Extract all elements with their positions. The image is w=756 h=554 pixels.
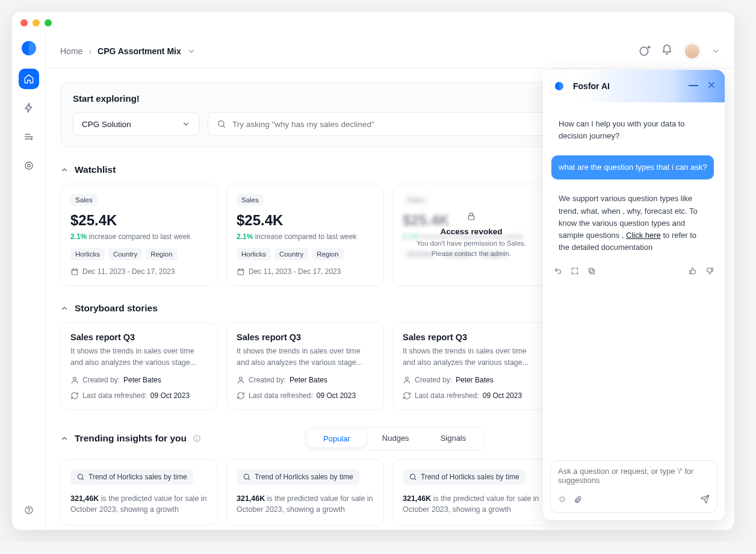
nav-list[interactable] [19, 126, 39, 147]
close-ai-button[interactable] [707, 80, 716, 92]
tab-popular[interactable]: Popular [307, 429, 367, 448]
refresh-icon [403, 391, 411, 400]
app-logo [22, 41, 36, 55]
thumbs-down-icon[interactable] [705, 267, 714, 278]
window-titlebar [12, 12, 734, 34]
chevron-up-icon [60, 304, 69, 313]
ai-input[interactable] [558, 467, 710, 490]
notifications-icon[interactable] [661, 44, 673, 58]
search-icon [217, 119, 226, 129]
user-message: what are the question types that i can a… [551, 155, 714, 179]
tab-signals[interactable]: Signals [425, 429, 482, 448]
ai-answer: We support various question types like t… [551, 187, 716, 260]
card-dates: Dec 11, 2023 - Dec 17, 2023 [249, 267, 341, 276]
insight-card[interactable]: Trend of Horlicks sales by time 321,46K … [226, 459, 384, 526]
story-card[interactable]: Sales report Q3 It shows the trends in s… [392, 322, 550, 410]
story-title: Sales report Q3 [70, 332, 208, 342]
chip: Horlicks [70, 248, 105, 260]
story-title: Sales report Q3 [403, 332, 540, 342]
user-icon [237, 376, 245, 384]
story-desc: It shows the trends in sales over time a… [70, 346, 208, 369]
chevron-down-icon[interactable] [187, 47, 196, 55]
breadcrumb-home[interactable]: Home [60, 46, 82, 56]
calendar-icon [70, 267, 79, 276]
lock-subtitle: You don't have permission to Sales. Plea… [405, 238, 538, 258]
chip: Region [146, 248, 177, 260]
story-desc: It shows the trends in sales over time a… [237, 346, 374, 369]
trending-tabs: Popular Nudges Signals [305, 427, 484, 450]
trending-toggle[interactable]: Trending insights for you [60, 433, 201, 444]
insight-badge: Trend of Horlicks sales by time [403, 469, 525, 485]
svg-point-0 [25, 162, 33, 169]
calendar-icon [237, 267, 245, 276]
user-avatar[interactable] [684, 43, 701, 60]
ai-panel-title: Fosfor AI [573, 81, 610, 91]
close-window-button[interactable] [20, 19, 28, 26]
expand-icon[interactable] [571, 267, 579, 278]
trending-title: Trending insights for you [75, 433, 187, 444]
lock-title: Access revoked [441, 227, 503, 236]
send-icon[interactable] [700, 494, 710, 506]
chip: Horlicks [237, 248, 271, 260]
solution-dropdown-value: CPG Solution [82, 120, 131, 129]
info-icon[interactable] [193, 434, 201, 443]
nav-target[interactable] [19, 155, 39, 176]
chip: Region [312, 248, 343, 260]
svg-rect-8 [468, 216, 474, 220]
svg-point-9 [73, 377, 76, 380]
refresh-icon [70, 391, 79, 400]
svg-rect-17 [589, 268, 593, 272]
watchlist-title: Watchlist [75, 164, 116, 175]
lock-icon [466, 211, 476, 223]
maximize-window-button[interactable] [45, 19, 52, 26]
card-tag: Sales [70, 194, 98, 206]
refresh-icon [237, 391, 245, 400]
tab-nudges[interactable]: Nudges [367, 429, 425, 448]
chip: Country [108, 248, 142, 260]
nav-bolt[interactable] [19, 98, 39, 118]
help-button[interactable] [19, 500, 39, 520]
card-dates: Dec 11, 2023 - Dec 17, 2023 [82, 267, 175, 276]
minimize-ai-button[interactable]: — [689, 80, 698, 92]
thumbs-up-icon[interactable] [689, 267, 697, 278]
insight-card[interactable]: Trend of Horlicks sales by time 321,46K … [392, 459, 550, 526]
sidebar [12, 34, 46, 530]
watchlist-card[interactable]: Sales $25.4K 2.1% increase compared to l… [226, 184, 384, 286]
user-icon [403, 376, 411, 384]
attachment-icon[interactable] [574, 495, 582, 506]
ai-panel: Fosfor AI — How can I help you with your… [543, 70, 725, 520]
ai-sparkle-icon[interactable]: ✦ [638, 45, 650, 57]
ai-logo-icon [551, 78, 567, 94]
svg-rect-16 [590, 270, 595, 274]
card-metric: $25.4K [237, 212, 374, 229]
ai-input-box[interactable] [550, 460, 717, 513]
copy-icon[interactable] [587, 267, 596, 278]
breadcrumb: Home › CPG Assortment Mix [60, 46, 196, 56]
insight-badge: Trend of Horlicks sales by time [237, 469, 359, 485]
sparkle-icon[interactable] [558, 495, 566, 506]
svg-point-3 [28, 512, 29, 512]
card-delta: 2.1% increase compared to last week [237, 232, 374, 241]
user-menu-chevron[interactable] [711, 47, 720, 55]
svg-point-1 [27, 164, 30, 167]
chip: Country [274, 248, 308, 260]
story-desc: It shows the trends in sales over time a… [403, 346, 540, 369]
docs-link[interactable]: Click here [626, 231, 661, 240]
regenerate-icon[interactable] [554, 267, 562, 278]
watchlist-card-locked: Sales $25.4K 2.1% increase compared to l… [392, 184, 550, 286]
insight-card[interactable]: Trend of Horlicks sales by time 321,46K … [60, 459, 218, 526]
search-icon [76, 473, 85, 481]
minimize-window-button[interactable] [33, 19, 40, 26]
story-card[interactable]: Sales report Q3 It shows the trends in s… [226, 322, 384, 410]
card-metric: $25.4K [70, 212, 208, 229]
solution-dropdown[interactable]: CPG Solution [73, 112, 199, 136]
svg-rect-7 [238, 269, 243, 275]
search-icon [409, 473, 417, 481]
storyboard-title: Storyboard stories [75, 303, 158, 314]
story-card[interactable]: Sales report Q3 It shows the trends in s… [60, 322, 218, 410]
svg-point-10 [240, 377, 243, 380]
breadcrumb-current[interactable]: CPG Assortment Mix [98, 46, 181, 56]
chevron-down-icon [182, 120, 190, 128]
watchlist-card[interactable]: Sales $25.4K 2.1% increase compared to l… [60, 184, 218, 286]
nav-home[interactable] [19, 69, 39, 89]
